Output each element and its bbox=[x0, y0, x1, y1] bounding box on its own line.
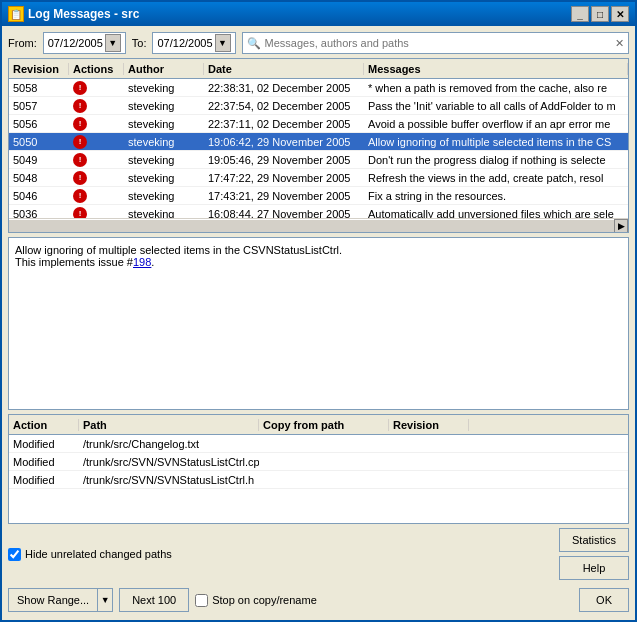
show-range-dropdown[interactable]: ▼ bbox=[97, 588, 113, 612]
table-row[interactable]: Modified /trunk/src/SVN/SVNStatusListCtr… bbox=[9, 453, 628, 471]
cell-action: Modified bbox=[9, 438, 79, 450]
cell-actions: ! bbox=[69, 134, 124, 149]
header-messages: Messages bbox=[364, 63, 628, 75]
clear-search-button[interactable]: ✕ bbox=[615, 37, 624, 50]
cell-revision: 5058 bbox=[9, 82, 69, 94]
cell-author: steveking bbox=[124, 154, 204, 166]
content-area: From: 07/12/2005 ▼ To: 07/12/2005 ▼ 🔍 ✕ … bbox=[2, 26, 635, 620]
cell-message: Fix a string in the resources. bbox=[364, 190, 628, 202]
minimize-button[interactable]: _ bbox=[571, 6, 589, 22]
table-row[interactable]: 5046 ! steveking 17:43:21, 29 November 2… bbox=[9, 187, 628, 205]
cell-author: steveking bbox=[124, 172, 204, 184]
search-input[interactable] bbox=[265, 37, 611, 49]
maximize-button[interactable]: □ bbox=[591, 6, 609, 22]
cell-actions: ! bbox=[69, 80, 124, 95]
table-row[interactable]: 5058 ! steveking 22:38:31, 02 December 2… bbox=[9, 79, 628, 97]
cell-date: 17:47:22, 29 November 2005 bbox=[204, 172, 364, 184]
scroll-track-h[interactable] bbox=[9, 220, 614, 232]
close-button[interactable]: ✕ bbox=[611, 6, 629, 22]
header-copy-from: Copy from path bbox=[259, 419, 389, 431]
next-100-button[interactable]: Next 100 bbox=[119, 588, 189, 612]
title-bar: 📋 Log Messages - src _ □ ✕ bbox=[2, 2, 635, 26]
cell-date: 22:38:31, 02 December 2005 bbox=[204, 82, 364, 94]
message-panel: Allow ignoring of multiple selected item… bbox=[8, 237, 629, 410]
table-row[interactable]: 5036 ! steveking 16:08:44, 27 November 2… bbox=[9, 205, 628, 218]
action-icon: ! bbox=[73, 171, 87, 185]
changed-paths-body: Modified /trunk/src/Changelog.txt Modifi… bbox=[9, 435, 628, 523]
from-date-arrow[interactable]: ▼ bbox=[105, 34, 121, 52]
cell-action: Modified bbox=[9, 474, 79, 486]
cell-author: steveking bbox=[124, 208, 204, 219]
to-label: To: bbox=[132, 37, 147, 49]
cell-message: * when a path is removed from the cache,… bbox=[364, 82, 628, 94]
message-text1: Allow ignoring of multiple selected item… bbox=[15, 244, 342, 256]
statistics-button[interactable]: Statistics bbox=[559, 528, 629, 552]
cell-revision: 5057 bbox=[9, 100, 69, 112]
table-row[interactable]: 5048 ! steveking 17:47:22, 29 November 2… bbox=[9, 169, 628, 187]
cell-message: Don't run the progress dialog if nothing… bbox=[364, 154, 628, 166]
hide-unrelated-checkbox[interactable] bbox=[8, 548, 21, 561]
toolbar: From: 07/12/2005 ▼ To: 07/12/2005 ▼ 🔍 ✕ bbox=[8, 32, 629, 54]
header-actions: Actions bbox=[69, 63, 124, 75]
action-icon: ! bbox=[73, 189, 87, 203]
cell-date: 17:43:21, 29 November 2005 bbox=[204, 190, 364, 202]
search-icon: 🔍 bbox=[247, 37, 261, 50]
search-box[interactable]: 🔍 ✕ bbox=[242, 32, 629, 54]
hide-unrelated-label[interactable]: Hide unrelated changed paths bbox=[8, 548, 172, 561]
to-date-value: 07/12/2005 bbox=[157, 37, 212, 49]
show-range-group: Show Range... ▼ bbox=[8, 588, 113, 612]
cell-author: steveking bbox=[124, 100, 204, 112]
cell-actions: ! bbox=[69, 116, 124, 131]
cell-message: Allow ignoring of multiple selected item… bbox=[364, 136, 628, 148]
table-scrollbar-h[interactable]: ▶ bbox=[9, 218, 628, 232]
from-date-picker[interactable]: 07/12/2005 ▼ bbox=[43, 32, 126, 54]
cell-message: Automatically add unversioned files whic… bbox=[364, 208, 628, 219]
stop-on-copy-text: Stop on copy/rename bbox=[212, 594, 317, 606]
table-row-selected[interactable]: 5050 ! steveking 19:06:42, 29 November 2… bbox=[9, 133, 628, 151]
action-icon: ! bbox=[73, 153, 87, 167]
header-action: Action bbox=[9, 419, 79, 431]
scroll-right-button[interactable]: ▶ bbox=[614, 219, 628, 233]
cell-message: Refresh the views in the add, create pat… bbox=[364, 172, 628, 184]
title-bar-left: 📋 Log Messages - src bbox=[8, 6, 139, 22]
cell-actions: ! bbox=[69, 152, 124, 167]
footer-bar: Hide unrelated changed paths Statistics … bbox=[8, 528, 629, 580]
table-row[interactable]: Modified /trunk/src/Changelog.txt bbox=[9, 435, 628, 453]
ok-button[interactable]: OK bbox=[579, 588, 629, 612]
window-title: Log Messages - src bbox=[28, 7, 139, 21]
log-table: Revision Actions Author Date Messages 50… bbox=[8, 58, 629, 233]
from-label: From: bbox=[8, 37, 37, 49]
cell-revision: 5048 bbox=[9, 172, 69, 184]
hide-unrelated-text: Hide unrelated changed paths bbox=[25, 548, 172, 560]
header-revision: Revision bbox=[9, 63, 69, 75]
cell-date: 19:06:42, 29 November 2005 bbox=[204, 136, 364, 148]
cell-revision: 5036 bbox=[9, 208, 69, 219]
help-button[interactable]: Help bbox=[559, 556, 629, 580]
table-row[interactable]: 5057 ! steveking 22:37:54, 02 December 2… bbox=[9, 97, 628, 115]
cell-revision: 5046 bbox=[9, 190, 69, 202]
cell-author: steveking bbox=[124, 190, 204, 202]
to-date-picker[interactable]: 07/12/2005 ▼ bbox=[152, 32, 235, 54]
cell-author: steveking bbox=[124, 82, 204, 94]
action-icon: ! bbox=[73, 117, 87, 131]
show-range-button[interactable]: Show Range... bbox=[8, 588, 97, 612]
cell-actions: ! bbox=[69, 170, 124, 185]
header-date: Date bbox=[204, 63, 364, 75]
cell-date: 19:05:46, 29 November 2005 bbox=[204, 154, 364, 166]
table-row[interactable]: Modified /trunk/src/SVN/SVNStatusListCtr… bbox=[9, 471, 628, 489]
log-table-body: 5058 ! steveking 22:38:31, 02 December 2… bbox=[9, 79, 628, 218]
cell-actions: ! bbox=[69, 188, 124, 203]
table-row[interactable]: 5056 ! steveking 22:37:11, 02 December 2… bbox=[9, 115, 628, 133]
cell-date: 16:08:44, 27 November 2005 bbox=[204, 208, 364, 219]
action-icon: ! bbox=[73, 81, 87, 95]
cell-revision: 5056 bbox=[9, 118, 69, 130]
stop-on-copy-label[interactable]: Stop on copy/rename bbox=[195, 594, 317, 607]
cell-author: steveking bbox=[124, 136, 204, 148]
cell-message: Pass the 'Init' variable to all calls of… bbox=[364, 100, 628, 112]
cell-path: /trunk/src/Changelog.txt bbox=[79, 438, 259, 450]
to-date-arrow[interactable]: ▼ bbox=[215, 34, 231, 52]
stop-on-copy-checkbox[interactable] bbox=[195, 594, 208, 607]
issue-link[interactable]: 198 bbox=[133, 256, 151, 268]
message-text2: This implements issue # bbox=[15, 256, 133, 268]
table-row[interactable]: 5049 ! steveking 19:05:46, 29 November 2… bbox=[9, 151, 628, 169]
